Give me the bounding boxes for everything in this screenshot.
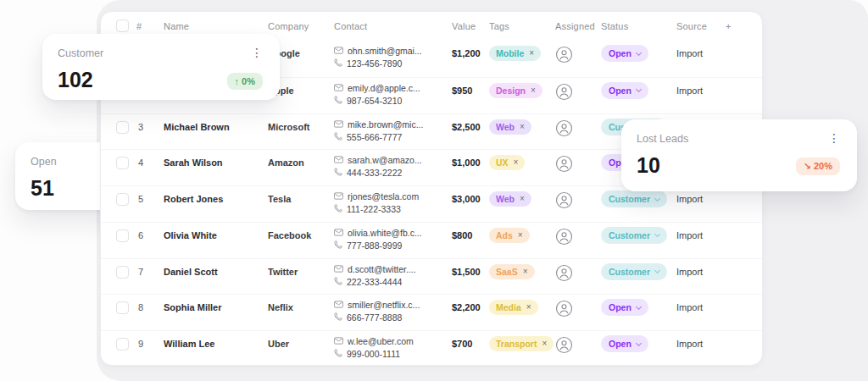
- remove-tag-icon[interactable]: ×: [531, 86, 536, 96]
- stat-label: Lost Leads: [637, 133, 688, 145]
- email-icon: [334, 46, 343, 56]
- remove-tag-icon[interactable]: ×: [529, 48, 534, 58]
- email-icon: [334, 155, 343, 165]
- source-cell: Import: [676, 48, 703, 58]
- status-label: Open: [609, 48, 632, 58]
- email-icon: [334, 191, 343, 202]
- col-header-contact[interactable]: Contact: [334, 21, 367, 31]
- assignee-avatar-icon[interactable]: [555, 336, 573, 354]
- assignee-avatar-icon[interactable]: [555, 119, 573, 137]
- row-checkbox[interactable]: [116, 121, 129, 134]
- contact-cell: sarah.w@amazo... 444-333-2222: [334, 155, 422, 178]
- row-checkbox[interactable]: [116, 338, 129, 351]
- contact-cell: w.lee@uber.com 999-000-1111: [334, 336, 414, 359]
- tag-chip[interactable]: Web ×: [489, 191, 531, 207]
- status-chip[interactable]: Customer: [601, 263, 667, 280]
- col-header-name[interactable]: Name: [164, 21, 189, 31]
- phone-text: 222-333-4444: [347, 277, 402, 287]
- kebab-menu-icon[interactable]: ⋮: [251, 47, 263, 58]
- kebab-menu-icon[interactable]: ⋮: [828, 133, 840, 143]
- phone-icon: [334, 277, 342, 287]
- trend-up-badge: ↑ 0%: [227, 73, 263, 90]
- assignee-avatar-icon[interactable]: [555, 155, 573, 173]
- remove-tag-icon[interactable]: ×: [520, 122, 525, 132]
- row-checkbox[interactable]: [116, 301, 129, 314]
- table-row: 7 Daniel Scott Twitter d.scott@twitter..…: [101, 258, 762, 295]
- row-checkbox[interactable]: [116, 266, 129, 279]
- deal-value: $1,200: [452, 48, 481, 58]
- email-text: smiller@netflix.c...: [348, 300, 420, 310]
- tag-chip[interactable]: Design ×: [489, 83, 542, 98]
- phone-icon: [334, 58, 342, 69]
- row-checkbox[interactable]: [116, 229, 129, 242]
- row-number: 9: [138, 339, 143, 349]
- email-icon: [334, 336, 343, 346]
- col-header-company[interactable]: Company: [268, 21, 309, 31]
- assignee-avatar-icon[interactable]: [555, 264, 573, 282]
- tag-chip[interactable]: Web ×: [489, 119, 531, 135]
- assignee-avatar-icon[interactable]: [555, 300, 573, 318]
- stat-label: Customer: [58, 47, 103, 59]
- remove-tag-icon[interactable]: ×: [514, 157, 519, 168]
- col-header-tags[interactable]: Tags: [489, 21, 509, 31]
- status-label: Customer: [609, 267, 650, 277]
- status-chip[interactable]: Open: [601, 335, 648, 352]
- tag-chip[interactable]: Ads ×: [489, 228, 530, 243]
- row-number: 6: [138, 230, 143, 240]
- tag-label: Ads: [496, 230, 513, 240]
- col-header-value[interactable]: Value: [452, 21, 476, 31]
- remove-tag-icon[interactable]: ×: [518, 230, 523, 240]
- tag-label: Design: [496, 86, 526, 96]
- row-checkbox[interactable]: [116, 193, 129, 206]
- tag-chip[interactable]: Transport ×: [489, 336, 554, 351]
- row-checkbox[interactable]: [116, 157, 129, 169]
- chevron-down-icon: [636, 86, 642, 92]
- contact-name: Olivia White: [164, 230, 264, 240]
- email-text: w.lee@uber.com: [348, 336, 414, 346]
- stat-card-lost-leads: Lost Leads ⋮ 10 ↘ 20%: [621, 119, 857, 191]
- contact-name: Sarah Wilson: [164, 157, 264, 168]
- select-all-checkbox[interactable]: [116, 19, 129, 32]
- contact-cell: mike.brown@mic... 555-666-7777: [334, 119, 423, 142]
- col-header-status[interactable]: Status: [601, 21, 628, 31]
- col-header-num[interactable]: #: [136, 21, 142, 31]
- status-chip[interactable]: Open: [601, 45, 648, 62]
- chevron-down-icon: [636, 340, 642, 346]
- remove-tag-icon[interactable]: ×: [542, 339, 547, 349]
- tag-chip[interactable]: UX ×: [489, 155, 525, 170]
- tag-chip[interactable]: Media ×: [489, 300, 538, 315]
- contact-name: William Lee: [164, 339, 264, 349]
- col-header-assigned[interactable]: Assigned: [555, 21, 595, 31]
- phone-icon: [334, 312, 342, 323]
- tag-chip[interactable]: Mobile ×: [489, 46, 541, 61]
- contact-name: Robert Jones: [164, 194, 264, 204]
- status-chip[interactable]: Open: [601, 299, 648, 316]
- status-chip[interactable]: Open: [601, 82, 648, 99]
- remove-tag-icon[interactable]: ×: [523, 267, 528, 277]
- remove-tag-icon[interactable]: ×: [520, 194, 525, 204]
- add-column-button[interactable]: +: [726, 21, 732, 31]
- assignee-avatar-icon[interactable]: [555, 228, 573, 246]
- phone-text: 555-666-7777: [347, 132, 402, 142]
- company-name: Tesla: [268, 194, 331, 204]
- status-chip[interactable]: Customer: [601, 190, 667, 207]
- email-text: emily.d@apple.c...: [348, 83, 420, 93]
- status-chip[interactable]: Customer: [601, 227, 667, 244]
- assignee-avatar-icon[interactable]: [555, 83, 573, 101]
- chevron-down-icon: [654, 231, 660, 237]
- email-text: olivia.white@fb.c...: [348, 228, 422, 238]
- col-header-source[interactable]: Source: [676, 21, 707, 31]
- assignee-avatar-icon[interactable]: [555, 191, 573, 209]
- tag-chip[interactable]: SaaS ×: [489, 264, 535, 279]
- email-text: sarah.w@amazo...: [348, 155, 422, 165]
- deal-value: $950: [452, 86, 472, 96]
- source-cell: Import: [676, 267, 703, 277]
- assignee-avatar-icon[interactable]: [555, 46, 573, 64]
- tag-label: Web: [496, 122, 515, 132]
- company-name: Twitter: [268, 267, 331, 277]
- phone-icon: [334, 204, 342, 214]
- phone-text: 999-000-1111: [347, 349, 400, 359]
- stat-value: 51: [31, 178, 54, 198]
- remove-tag-icon[interactable]: ×: [526, 302, 531, 312]
- deal-value: $1,500: [452, 267, 481, 277]
